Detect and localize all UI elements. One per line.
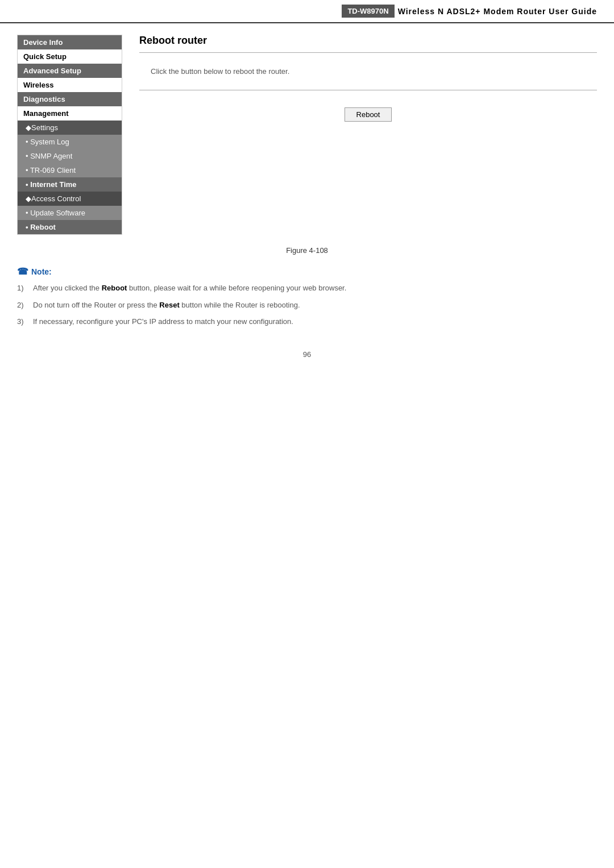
sidebar-item-update-software[interactable]: • Update Software — [18, 206, 122, 220]
note-section: ☎ Note: 1) After you clicked the Reboot … — [0, 266, 614, 327]
note-item-3: 3) If necessary, reconfigure your PC's I… — [17, 316, 597, 327]
note-text-3: If necessary, reconfigure your PC's IP a… — [33, 316, 597, 327]
sidebar-item-tr069-client[interactable]: • TR-069 Client — [18, 163, 122, 177]
note-header-text: Note: — [31, 267, 52, 276]
sidebar-item-settings[interactable]: ◆Settings — [18, 121, 122, 135]
page-title: Reboot router — [139, 35, 597, 47]
sidebar-item-management[interactable]: Management — [18, 106, 122, 121]
sidebar-item-system-log[interactable]: • System Log — [18, 135, 122, 149]
reboot-button[interactable]: Reboot — [345, 107, 392, 122]
note-header: ☎ Note: — [17, 266, 597, 277]
footer: 96 — [0, 350, 614, 370]
description-text: Click the button below to reboot the rou… — [139, 59, 597, 84]
note-num-3: 3) — [17, 316, 28, 327]
model-label: TD-W8970N — [342, 5, 394, 18]
sidebar-item-reboot[interactable]: • Reboot — [18, 220, 122, 234]
reboot-button-row: Reboot — [139, 96, 597, 139]
top-divider — [139, 52, 597, 53]
note-item-2: 2) Do not turn off the Router or press t… — [17, 300, 597, 311]
sidebar-item-snmp-agent[interactable]: • SNMP Agent — [18, 149, 122, 163]
page-header: TD-W8970N Wireless N ADSL2+ Modem Router… — [0, 0, 614, 23]
sidebar-item-diagnostics[interactable]: Diagnostics — [18, 92, 122, 106]
sidebar-item-access-control[interactable]: ◆Access Control — [18, 192, 122, 206]
note-list: 1) After you clicked the Reboot button, … — [17, 283, 597, 327]
sidebar-item-quick-setup[interactable]: Quick Setup — [18, 49, 122, 64]
main-layout: Device Info Quick Setup Advanced Setup W… — [0, 35, 614, 235]
page-number: 96 — [303, 350, 311, 359]
guide-title: Wireless N ADSL2+ Modem Router User Guid… — [398, 7, 597, 16]
note-icon: ☎ — [17, 266, 28, 277]
note-text-2: Do not turn off the Router or press the … — [33, 300, 597, 311]
sidebar-item-internet-time[interactable]: • Internet Time — [18, 177, 122, 192]
content-area: Reboot router Click the button below to … — [139, 35, 597, 235]
note-num-1: 1) — [17, 283, 28, 294]
sidebar-item-device-info[interactable]: Device Info — [18, 35, 122, 49]
bottom-divider — [139, 90, 597, 90]
sidebar: Device Info Quick Setup Advanced Setup W… — [17, 35, 122, 235]
note-num-2: 2) — [17, 300, 28, 311]
sidebar-item-advanced-setup[interactable]: Advanced Setup — [18, 64, 122, 78]
note-item-1: 1) After you clicked the Reboot button, … — [17, 283, 597, 294]
figure-caption: Figure 4-108 — [0, 246, 614, 255]
sidebar-item-wireless[interactable]: Wireless — [18, 78, 122, 92]
note-text-1: After you clicked the Reboot button, ple… — [33, 283, 597, 294]
